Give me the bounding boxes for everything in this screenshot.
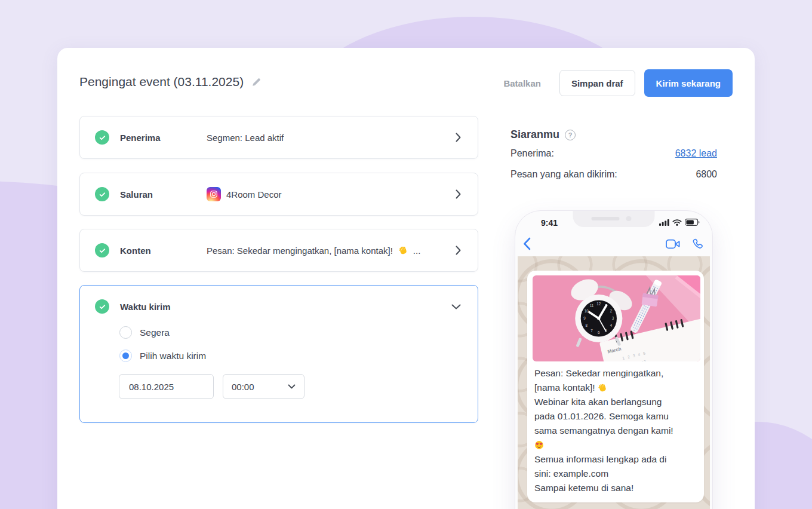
radio-icon-unselected[interactable]: [119, 326, 132, 339]
campaign-title-text: Pengingat event (03.11.2025): [79, 75, 244, 89]
step-card-konten[interactable]: Konten Pesan: Sekedar mengingatkan, [nam…: [79, 229, 478, 272]
chevron-right-icon: [456, 189, 461, 199]
message-text: Pesan: Sekedar mengingatkan, [nama konta…: [533, 366, 700, 495]
page-background: Pengingat event (03.11.2025) Batalkan Si…: [0, 0, 812, 509]
summary-row-recipients: Penerima: 6832 lead: [510, 148, 717, 159]
time-select[interactable]: 00:00: [223, 374, 304, 399]
heart-eyes-emoji: [534, 440, 544, 450]
summary-row-messages: Pesan yang akan dikirim: 6800: [510, 169, 717, 180]
save-draft-button[interactable]: Simpan draf: [559, 70, 635, 96]
battery-icon: [685, 219, 700, 226]
messages-count: 6800: [696, 169, 717, 180]
step-card-penerima[interactable]: Penerima Segmen: Lead aktif: [79, 116, 478, 159]
check-icon: [95, 130, 109, 145]
chevron-down-icon: [288, 384, 296, 389]
radio-option-pilih-waktu-kirim[interactable]: Pilih waktu kirim: [119, 349, 206, 362]
status-bar-icons: [659, 219, 700, 226]
phone-notch: [573, 211, 655, 227]
step-card-saluran[interactable]: Saluran 4Room Decor: [79, 173, 478, 216]
svg-text:10: 10: [585, 309, 589, 313]
svg-text:4: 4: [610, 323, 613, 327]
chevron-down-icon: [451, 304, 461, 309]
step-label: Konten: [120, 246, 207, 256]
messages-label: Pesan yang akan dikirim:: [510, 169, 617, 180]
radio-label: Segera: [140, 327, 170, 338]
recipients-count-link[interactable]: 6832 lead: [675, 148, 717, 159]
preview-photo: March 1 2 3 4 5 7 8 9 10 11 12 14 15 16 …: [533, 275, 700, 361]
svg-text:11: 11: [590, 303, 594, 308]
send-now-button[interactable]: Kirim sekarang: [644, 69, 733, 97]
time-value: 00:00: [232, 382, 254, 392]
svg-text:6: 6: [598, 330, 600, 335]
radio-icon-selected[interactable]: [119, 349, 132, 362]
svg-text:3: 3: [612, 316, 614, 320]
camera-dot: [626, 216, 632, 222]
radio-option-segera[interactable]: Segera: [119, 326, 170, 339]
step-value: 4Room Decor: [207, 187, 448, 201]
campaign-editor-card: Pengingat event (03.11.2025) Batalkan Si…: [57, 48, 755, 509]
chat-header-icons: [666, 238, 703, 250]
check-icon: [95, 299, 109, 314]
step-value: Segmen: Lead aktif: [207, 133, 448, 143]
svg-text:8: 8: [586, 323, 588, 327]
check-icon: [95, 243, 109, 257]
page-title: Pengingat event (03.11.2025): [79, 75, 262, 89]
waktu-kirim-header[interactable]: Waktu kirim: [95, 299, 461, 314]
channel-name: 4Room Decor: [226, 189, 282, 200]
date-input[interactable]: 08.10.2025: [119, 374, 214, 399]
help-icon[interactable]: ?: [565, 130, 576, 140]
step-value: Pesan: Sekedar mengingatkan, [nama konta…: [207, 246, 448, 256]
video-call-icon: [666, 239, 680, 249]
edit-title-pencil-icon[interactable]: [251, 77, 262, 87]
phone-call-icon: [692, 238, 703, 250]
step-label: Saluran: [120, 189, 207, 200]
wifi-icon: [672, 219, 682, 226]
status-bar-time: 9:41: [541, 218, 558, 228]
radio-label: Pilih waktu kirim: [140, 351, 206, 361]
chat-background: March 1 2 3 4 5 7 8 9 10 11 12 14 15 16 …: [518, 256, 710, 509]
step-label: Penerima: [120, 133, 207, 143]
chevron-right-icon: [456, 133, 461, 142]
signal-icon: [659, 219, 669, 226]
wave-emoji: [598, 383, 607, 393]
step-label: Waktu kirim: [120, 302, 207, 312]
instagram-icon: [207, 187, 221, 201]
summary-title-text: Siaranmu: [510, 128, 559, 141]
step-row[interactable]: Saluran 4Room Decor: [80, 173, 478, 215]
wave-emoji: [398, 246, 408, 255]
svg-text:9: 9: [583, 316, 586, 320]
check-icon: [95, 187, 109, 201]
phone-preview: 9:41: [515, 210, 713, 509]
message-bubble: March 1 2 3 4 5 7 8 9 10 11 12 14 15 16 …: [527, 271, 704, 502]
step-row[interactable]: Konten Pesan: Sekedar mengingatkan, [nam…: [80, 229, 478, 271]
recipients-label: Penerima:: [510, 148, 554, 159]
date-value: 08.10.2025: [129, 382, 174, 392]
back-chevron-icon: [523, 237, 531, 250]
svg-text:7: 7: [590, 329, 593, 333]
header-actions: Batalkan Simpan draf Kirim sekarang: [500, 69, 733, 97]
speaker-slot: [592, 217, 620, 220]
step-card-waktu-kirim: Waktu kirim Segera Pilih waktu kirim 08.…: [79, 285, 478, 423]
svg-text:12: 12: [596, 302, 601, 306]
svg-text:2: 2: [610, 309, 613, 313]
chevron-right-icon: [456, 246, 461, 255]
summary-title: Siaranmu ?: [510, 128, 576, 141]
cancel-button[interactable]: Batalkan: [500, 78, 545, 89]
step-row[interactable]: Penerima Segmen: Lead aktif: [80, 116, 478, 158]
